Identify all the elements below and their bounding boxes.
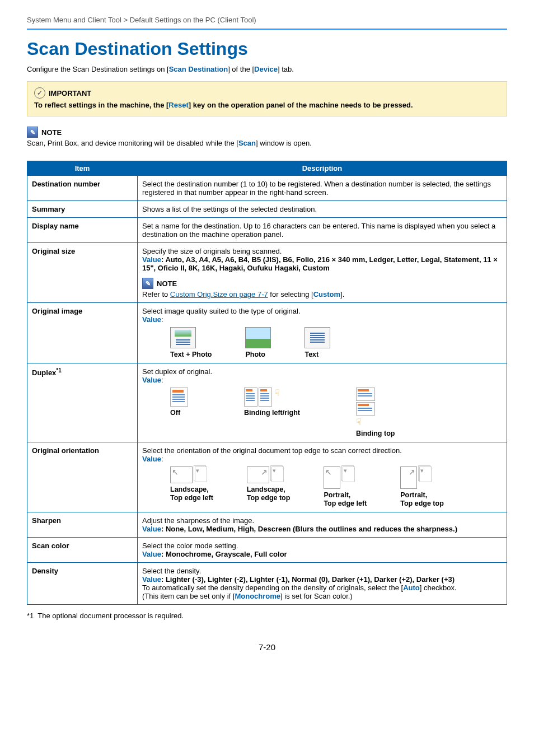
opt-label: Binding top	[356, 430, 395, 438]
opt-text-photo: Text + Photo	[170, 327, 212, 359]
check-icon: ✓	[34, 87, 45, 99]
de-l3-pre: To automatically set the density dependi…	[142, 584, 403, 592]
page-number: 7-20	[27, 642, 507, 652]
item-density: Density	[27, 563, 138, 605]
desc-sharpen: Adjust the sharpness of the image. Value…	[138, 512, 507, 538]
sh-value: Value: None, Low, Medium, High, Descreen…	[142, 525, 502, 533]
table-row: Duplex*1 Set duplex of original. Value: …	[27, 363, 507, 442]
link-monochrome[interactable]: Monochrome	[235, 592, 280, 600]
important-callout: ✓ IMPORTANT To reflect settings in the m…	[27, 81, 507, 116]
opt-label: Portrait, Top edge left	[324, 491, 367, 508]
de-l4-post: ] is set for Scan color.)	[280, 592, 353, 600]
os-note-body: Refer to Custom Orig.Size on page 7-7 fo…	[142, 290, 502, 298]
text-icon	[305, 327, 330, 348]
item-summary: Summary	[27, 201, 138, 218]
desc-summary: Shows a list of the settings of the sele…	[138, 201, 507, 218]
divider	[27, 29, 507, 30]
os-value: Value: Auto, A3, A4, A5, A6, B4, B5 (JIS…	[142, 255, 502, 272]
note-pre: Scan, Print Box, and device monitoring w…	[27, 139, 238, 147]
opt-binding-top: ☟ Binding top	[356, 388, 395, 438]
duplex-off-icon	[170, 388, 188, 407]
note-icon: ✎	[142, 278, 153, 289]
link-custom[interactable]: Custom	[313, 290, 340, 298]
item-original-size: Original size	[27, 243, 138, 303]
settings-table: Item Description Destination number Sele…	[27, 161, 507, 605]
important-pre: To reflect settings in the machine, the …	[34, 101, 168, 109]
dup-desc: Set duplex of original.	[142, 367, 502, 376]
portrait-tet-icon: ↗ ▾	[400, 466, 432, 489]
photo-icon	[245, 327, 271, 348]
note-label: NOTE	[41, 128, 62, 137]
table-row: Sharpen Adjust the sharpness of the imag…	[27, 512, 507, 538]
note-header: ✎ NOTE	[27, 127, 507, 138]
table-row: Original image Select image quality suit…	[27, 303, 507, 363]
os-note-mid: for selecting [	[268, 290, 313, 298]
breadcrumb-sep: >	[123, 16, 128, 24]
value-label: Value	[142, 315, 161, 324]
os-note-header: ✎ NOTE	[142, 278, 502, 289]
sh-value-text: : None, Low, Medium, High, Descreen (Blu…	[161, 525, 457, 533]
link-auto[interactable]: Auto	[403, 584, 420, 592]
value-label: Value	[142, 550, 161, 558]
os-value-text: : Auto, A3, A4, A5, A6, B4, B5 (JIS), B6…	[142, 255, 498, 272]
item-duplex: Duplex*1	[27, 363, 138, 442]
intro-post: ] tab.	[278, 65, 294, 73]
duplex-sup: *1	[56, 367, 61, 374]
de-line3: To automatically set the density dependi…	[142, 584, 502, 592]
important-header: ✓ IMPORTANT	[34, 87, 500, 99]
link-reset[interactable]: Reset	[168, 101, 188, 109]
link-custom-orig-size[interactable]: Custom Orig.Size on page 7-7	[170, 290, 268, 298]
opt-label: Portrait, Top edge top	[400, 491, 444, 508]
desc-scan-color: Select the color mode setting. Value: Mo…	[138, 538, 507, 563]
table-row: Scan color Select the color mode setting…	[27, 538, 507, 563]
link-device[interactable]: Device	[254, 65, 278, 73]
colon: :	[161, 455, 163, 463]
portrait-tel-icon: ↖ ▾	[324, 466, 355, 489]
breadcrumb: System Menu and Client Tool > Default Se…	[27, 16, 507, 24]
desc-destination-number: Select the destination number (1 to 10) …	[138, 176, 507, 201]
footnote-marker: *1	[27, 612, 34, 620]
th-desc: Description	[138, 161, 507, 176]
de-value-text: : Lighter (-3), Lighter (-2), Lighter (-…	[161, 575, 455, 584]
os-note-label: NOTE	[157, 279, 177, 288]
link-scan-destination[interactable]: Scan Destination	[169, 65, 228, 73]
intro-mid: ] of the [	[228, 65, 254, 73]
colon: :	[161, 315, 163, 324]
sc-value: Value: Monochrome, Grayscale, Full color	[142, 550, 502, 558]
footnote-text: The optional document processor is requi…	[38, 612, 184, 620]
desc-duplex: Set duplex of original. Value: Off	[138, 363, 507, 442]
note-body: Scan, Print Box, and device monitoring w…	[27, 139, 507, 147]
opt-landscape-tel: ↖ ▾ Landscape, Top edge left	[170, 466, 213, 508]
item-orientation: Original orientation	[27, 442, 138, 512]
opt-label: Landscape, Top edge left	[170, 486, 213, 502]
opt-binding-lr: ☟ Binding left/right	[244, 388, 300, 438]
table-row: Display name Set a name for the destinat…	[27, 218, 507, 243]
opt-label: Text	[305, 351, 318, 359]
item-sharpen: Sharpen	[27, 512, 138, 538]
de-value: Value: Lighter (-3), Lighter (-2), Light…	[142, 575, 502, 584]
th-item: Item	[27, 161, 138, 176]
breadcrumb-right: Default Settings on the PC (Client Tool)	[130, 16, 256, 24]
breadcrumb-left: System Menu and Client Tool	[27, 16, 121, 24]
opt-label: Off	[170, 409, 180, 417]
opt-label: Binding left/right	[244, 409, 300, 417]
de-l3-post: ] checkbox.	[420, 584, 457, 592]
item-destination-number: Destination number	[27, 176, 138, 201]
sh-desc: Adjust the sharpness of the image.	[142, 516, 502, 525]
desc-display-name: Set a name for the destination. Up to 16…	[138, 218, 507, 243]
intro-pre: Configure the Scan Destination settings …	[27, 65, 169, 73]
value-label: Value	[142, 575, 161, 584]
desc-original-size: Specify the size of originals being scan…	[138, 243, 507, 303]
or-options: ↖ ▾ Landscape, Top edge left ↗ ▾ Landsca…	[170, 466, 502, 508]
link-scan[interactable]: Scan	[238, 139, 256, 147]
opt-text: Text	[305, 327, 330, 359]
opt-label: Photo	[245, 351, 265, 359]
value-label: Value	[142, 255, 161, 264]
sc-desc: Select the color mode setting.	[142, 542, 502, 550]
opt-duplex-off: Off	[170, 388, 188, 438]
intro-text: Configure the Scan Destination settings …	[27, 65, 507, 73]
table-row: Original size Specify the size of origin…	[27, 243, 507, 303]
note-post: ] window is open.	[256, 139, 312, 147]
opt-label: Text + Photo	[170, 351, 212, 359]
important-body: To reflect settings in the machine, the …	[34, 101, 500, 109]
